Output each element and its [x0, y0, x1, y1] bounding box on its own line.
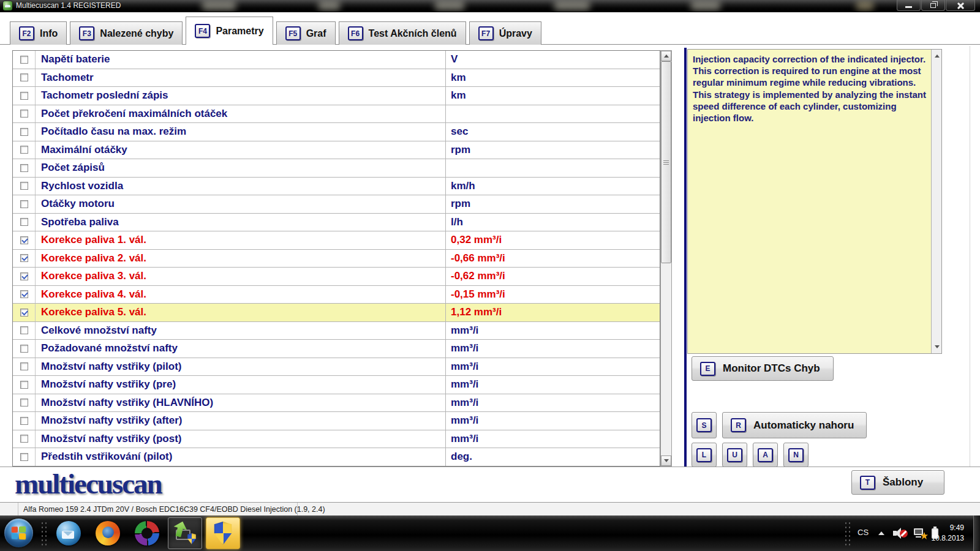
thunderbird-icon [56, 521, 81, 545]
checkbox-unchecked[interactable] [20, 146, 28, 154]
scroll-up-icon[interactable] [932, 51, 942, 61]
scrollbar-thumb[interactable] [661, 61, 671, 263]
auto-top-label: Automaticky nahoru [753, 419, 854, 432]
taskbar-thunderbird-button[interactable] [51, 517, 86, 549]
table-row[interactable]: Korekce paliva 5. vál.1,12 mm³/i [13, 304, 660, 322]
table-row[interactable]: Korekce paliva 4. vál.-0,15 mm³/i [13, 286, 660, 304]
table-row[interactable]: Rychlost vozidlakm/h [13, 178, 660, 196]
sablony-button[interactable]: T Šablony [851, 470, 944, 495]
param-value: mm³/i [445, 376, 660, 394]
checkbox-checked[interactable] [20, 290, 28, 298]
tab-graf[interactable]: F5Graf [276, 21, 336, 45]
scroll-down-icon[interactable] [932, 342, 942, 352]
volume-muted-icon[interactable] [893, 528, 907, 539]
table-row[interactable]: Korekce paliva 3. vál.-0,62 mm³/i [13, 268, 660, 286]
row-checkbox-cell [13, 231, 36, 249]
checkbox-unchecked[interactable] [20, 56, 28, 64]
table-row[interactable]: Otáčky motorurpm [13, 195, 660, 214]
table-row[interactable]: Počet překročení maximálních otáček [13, 105, 660, 124]
table-row[interactable]: Počet zápisů [13, 159, 660, 178]
checkbox-unchecked[interactable] [20, 399, 28, 407]
table-row[interactable]: Korekce paliva 2. vál.-0,66 mm³/i [13, 250, 660, 268]
show-desktop-button[interactable] [973, 515, 980, 551]
sablony-label: Šablony [883, 476, 923, 489]
table-row[interactable]: Předstih vstřikování (pilot)deg. [13, 448, 660, 467]
description-scrollbar[interactable] [931, 50, 941, 353]
checkbox-unchecked[interactable] [20, 182, 28, 190]
checkbox-unchecked[interactable] [20, 453, 28, 461]
checkbox-unchecked[interactable] [20, 218, 28, 226]
checkbox-unchecked[interactable] [20, 345, 28, 353]
checkbox-unchecked[interactable] [20, 128, 28, 136]
window-title: Multiecuscan 1.4 REGISTERED [16, 1, 121, 10]
ecu-updater-icon [172, 521, 198, 545]
checkbox-unchecked[interactable] [20, 417, 28, 425]
table-scrollbar[interactable] [660, 50, 672, 467]
tab-info[interactable]: F2Info [10, 21, 67, 45]
table-row[interactable]: Korekce paliva 1. vál.0,32 mm³/i [13, 231, 660, 250]
fkey-badge: F7 [478, 26, 494, 40]
u-button[interactable]: U [722, 443, 747, 467]
table-row[interactable]: Spotřeba palival/h [13, 214, 660, 232]
checkbox-unchecked[interactable] [20, 326, 28, 334]
tab-parametry[interactable]: F4Parametry [186, 17, 273, 45]
table-row[interactable]: Napětí baterieV [13, 51, 660, 69]
checkbox-unchecked[interactable] [20, 73, 28, 81]
checkbox-checked[interactable] [20, 272, 28, 280]
scroll-down-icon[interactable] [661, 455, 671, 466]
monitor-dtcs-button[interactable]: E Monitor DTCs Chyb [692, 356, 834, 381]
taskbar-color-ring-button[interactable] [130, 517, 164, 549]
checkbox-unchecked[interactable] [20, 435, 28, 443]
param-name: Korekce paliva 5. vál. [36, 304, 445, 321]
table-row[interactable]: Množství nafty vstřiky (post)mm³/i [13, 430, 660, 449]
n-button[interactable]: N [783, 443, 809, 467]
tray-clock[interactable]: 9:49 10.8.2013 [915, 523, 964, 544]
table-row[interactable]: Množství nafty vstřiky (pre)mm³/i [13, 376, 660, 394]
table-row[interactable]: Tachometr poslední zápiskm [13, 87, 660, 105]
scroll-up-icon[interactable] [661, 51, 671, 61]
row-checkbox-cell [13, 286, 36, 304]
table-row[interactable]: Počítadlo času na max. režimsec [13, 123, 660, 141]
checkbox-checked[interactable] [20, 236, 28, 244]
param-name: Celkové množství nafty [36, 322, 445, 340]
taskbar-firefox-button[interactable] [91, 517, 125, 549]
minimize-button[interactable] [897, 0, 921, 11]
taskbar-multiecuscan-button[interactable] [206, 517, 240, 549]
s-button[interactable]: S [692, 412, 717, 438]
param-value: sec [445, 123, 660, 141]
checkbox-unchecked[interactable] [20, 200, 28, 208]
language-indicator[interactable]: CS [858, 528, 869, 537]
checkbox-unchecked[interactable] [20, 164, 28, 172]
table-row[interactable]: Množství nafty vstřiky (after)mm³/i [13, 412, 660, 430]
checkbox-unchecked[interactable] [20, 92, 28, 100]
table-row[interactable]: Maximální otáčkyrpm [13, 141, 660, 160]
checkbox-unchecked[interactable] [20, 110, 28, 118]
hidden-icons-arrow[interactable] [878, 531, 884, 535]
start-button[interactable] [4, 519, 33, 547]
app-body: F2InfoF3Nalezené chybyF4ParametryF5GrafF… [0, 12, 980, 515]
table-row[interactable]: Tachometrkm [13, 69, 660, 88]
checkbox-checked[interactable] [20, 309, 28, 317]
param-name: Korekce paliva 1. vál. [36, 231, 445, 249]
restore-button[interactable] [921, 0, 945, 11]
checkbox-unchecked[interactable] [20, 362, 28, 370]
close-button[interactable] [946, 0, 975, 11]
table-row[interactable]: Celkové množství naftymm³/i [13, 322, 660, 340]
table-row[interactable]: Množství nafty vstřiky (pilot)mm³/i [13, 358, 660, 377]
checkbox-unchecked[interactable] [20, 381, 28, 389]
a-button[interactable]: A [753, 443, 778, 467]
row-checkbox-cell [13, 394, 36, 412]
l-button[interactable]: L [692, 443, 717, 467]
param-name: Tachometr [36, 69, 445, 87]
auto-top-button[interactable]: R Automaticky nahoru [722, 412, 867, 438]
tab-label: Graf [306, 28, 326, 39]
table-row[interactable]: Požadované množství naftymm³/i [13, 340, 660, 358]
tab-nalezene-chyby[interactable]: F3Nalezené chyby [70, 21, 183, 45]
taskbar-ecu-app-button[interactable] [168, 517, 202, 549]
tab-upravy[interactable]: F7Úpravy [469, 21, 541, 45]
checkbox-checked[interactable] [20, 254, 28, 262]
table-row[interactable]: Množství nafty vstřiky (HLAVNÍHO)mm³/i [13, 394, 660, 413]
param-name: Napětí baterie [36, 51, 445, 69]
tab-test-akcnich-clenu[interactable]: F6Test Akčních členů [339, 21, 466, 45]
hotkey-t-badge: T [860, 476, 875, 490]
